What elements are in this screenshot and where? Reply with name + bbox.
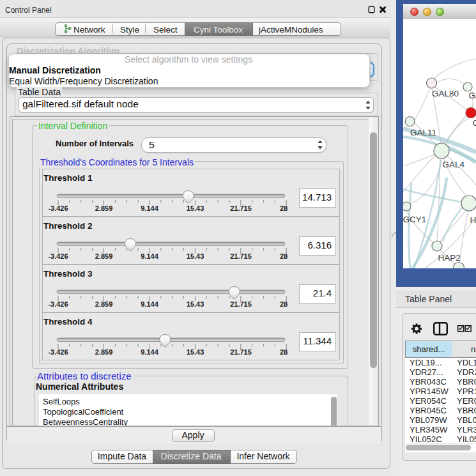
svg-text:GAL11: GAL11 [410,128,436,137]
svg-text:GA: GA [469,91,476,100]
svg-text:HAP2: HAP2 [438,253,461,263]
svg-text:GAL4: GAL4 [443,160,465,169]
svg-text:GCY1: GCY1 [403,215,426,224]
svg-text:H: H [470,215,476,225]
svg-text:CA: CA [473,118,476,128]
svg-text:GAL80: GAL80 [432,89,459,98]
